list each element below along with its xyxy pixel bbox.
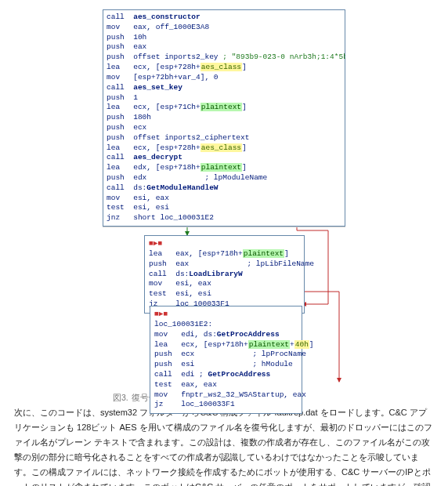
asm-top-block: call aes_constructormov eax, off_1000E3A… — [103, 9, 345, 227]
paragraph-1: 次に、このコードは、system32 フォルダーからC&C 構成ファイル fau… — [14, 405, 434, 486]
asm-box-a: ■▶■lea eax, [esp+718h+plaintext]push eax… — [144, 235, 305, 314]
asm-box-b: ■▶■loc_100031E2:mov edi, ds:GetProcAddre… — [150, 306, 302, 414]
figure-caption-number: 図3. — [113, 388, 128, 405]
